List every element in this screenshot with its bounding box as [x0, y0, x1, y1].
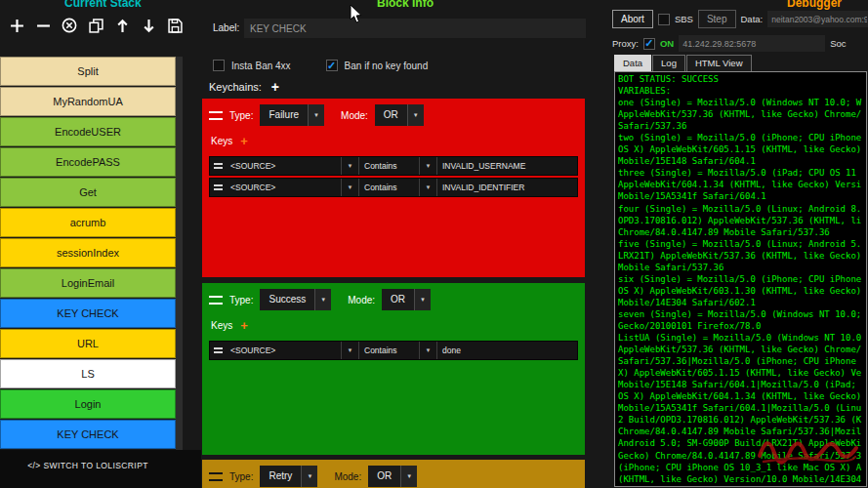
- proxy-type-select[interactable]: Soc: [830, 38, 846, 49]
- key-source-select[interactable]: <SOURCE>: [226, 179, 341, 196]
- keychain-type-row: Type: Retry Mode: OR: [209, 466, 578, 487]
- debugger-controls-row2: Proxy: ON Soc: [612, 35, 868, 52]
- save-config-button[interactable]: [165, 15, 185, 36]
- key-source-select[interactable]: <SOURCE>: [226, 157, 341, 175]
- insta-ban-label: Insta Ban 4xx: [231, 61, 291, 71]
- ban-no-key-checkbox[interactable]: [326, 60, 338, 71]
- keychain-mode-select[interactable]: OR: [382, 289, 431, 310]
- sbs-checkbox[interactable]: [658, 14, 670, 25]
- log-line: (KHTML, like Gecko) Version/10.0 Mobile/…: [618, 473, 863, 485]
- log-line: three (Single) = Mozilla/5.0 (iPad; CPU …: [618, 167, 863, 179]
- abort-button[interactable]: Abort: [612, 10, 653, 28]
- type-label: Type:: [229, 110, 253, 121]
- proxy-checkbox[interactable]: [643, 38, 655, 50]
- stack-item-encodeuser[interactable]: EncodeUSER: [0, 117, 176, 146]
- drag-handle-icon[interactable]: [209, 111, 223, 120]
- floppy-icon: [168, 19, 183, 33]
- drag-handle-icon[interactable]: [210, 179, 226, 196]
- stack-item-myrandomua[interactable]: MyRandomUA: [0, 87, 176, 116]
- stack-item-keycheck-1[interactable]: KEY CHECK: [0, 299, 176, 328]
- move-up-button[interactable]: [112, 15, 132, 36]
- stack-item-loginemail[interactable]: LoginEmail: [0, 268, 176, 298]
- chevron-down-icon[interactable]: [419, 179, 436, 196]
- tab-log[interactable]: Log: [652, 55, 685, 72]
- chevron-down-icon: [407, 104, 424, 126]
- key-value-input[interactable]: INVALID_USERNAME: [436, 157, 577, 175]
- switch-to-loliscript-button[interactable]: </> SWITCH TO LOLISCRIPT: [0, 461, 176, 470]
- log-line: (iPhone; CPU iPhone OS 10_3_1 like Mac O…: [618, 462, 863, 473]
- move-down-button[interactable]: [139, 15, 158, 36]
- log-line: Mobile Safari/537.36: [618, 262, 863, 273]
- ban-options-row: Insta Ban 4xx Ban if no key found: [213, 60, 428, 71]
- clone-block-button[interactable]: [86, 15, 105, 36]
- chevron-down-icon[interactable]: [341, 179, 358, 196]
- block-label-input[interactable]: [244, 19, 586, 38]
- keychains-label: Keychains:: [209, 81, 262, 93]
- stack-item-split[interactable]: Split: [0, 57, 176, 86]
- key-condition-select[interactable]: Contains: [358, 179, 419, 196]
- keychains-header: Keychains:: [209, 80, 279, 94]
- log-line: one (Single) = Mozilla/5.0 (Windows NT 1…: [618, 97, 863, 108]
- chevron-down-icon[interactable]: [341, 157, 358, 175]
- keys-header: Keys: [211, 319, 578, 332]
- log-line: BOT STATUS: SUCCESS: [618, 73, 863, 85]
- log-line: Mobile/15A5341f Safari/604.1: [618, 190, 863, 202]
- key-value-input[interactable]: done: [436, 342, 577, 359]
- add-key-button[interactable]: [240, 319, 248, 332]
- proxy-input[interactable]: [679, 35, 825, 52]
- log-line: OS X) AppleWebKit/605.1.15 (KHTML, like …: [618, 143, 863, 155]
- mode-select-value: OR: [368, 466, 400, 487]
- stack-item-encodepass[interactable]: EncodePASS: [0, 147, 176, 177]
- stack-item-acrumb[interactable]: acrumb: [0, 208, 176, 237]
- log-line: Mobile/15A5341f Safari/604.1|Mozilla/5.0…: [618, 402, 863, 414]
- keychain-type-select[interactable]: Success: [260, 289, 331, 310]
- keychain-type-row: Type: Success Mode: OR: [209, 289, 578, 310]
- key-row[interactable]: <SOURCE> Contains INVALID_USERNAME: [209, 156, 578, 176]
- keychain-mode-select[interactable]: OR: [368, 466, 417, 487]
- drag-handle-icon[interactable]: [209, 296, 223, 305]
- log-line: Safari/537.36|Mozilla/5.0 (iPhone; CPU i…: [618, 355, 863, 367]
- key-value-input[interactable]: INVALID_IDENTIFIER: [436, 179, 577, 196]
- step-button[interactable]: Step: [698, 10, 736, 28]
- key-row[interactable]: <SOURCE> Contains done: [209, 341, 578, 360]
- add-keychain-button[interactable]: [271, 80, 279, 94]
- type-select-value: Success: [260, 289, 314, 310]
- stack-item-url[interactable]: URL: [0, 329, 176, 358]
- debugger-header: Debugger: [787, 0, 842, 10]
- keychain-mode-select[interactable]: OR: [375, 104, 424, 126]
- drag-handle-icon[interactable]: [209, 472, 223, 481]
- data-input[interactable]: [767, 11, 868, 27]
- stack-item-ls[interactable]: LS: [0, 359, 176, 388]
- log-line: four (Single) = Mozilla/5.0 (Linux; Andr…: [618, 203, 863, 215]
- insta-ban-checkbox[interactable]: [213, 60, 225, 71]
- chevron-down-icon[interactable]: [341, 342, 358, 359]
- key-row[interactable]: <SOURCE> Contains INVALID_IDENTIFIER: [209, 178, 578, 197]
- key-condition-select[interactable]: Contains: [358, 157, 419, 175]
- drag-handle-icon[interactable]: [210, 157, 226, 175]
- stack-item-keycheck-2[interactable]: KEY CHECK: [0, 420, 176, 449]
- chevron-down-icon: [308, 104, 324, 126]
- keychain-retry: Type: Retry Mode: OR: [202, 460, 585, 488]
- add-block-button[interactable]: [7, 15, 26, 36]
- log-line: ListUA (Single) = Mozilla/5.0 (Windows N…: [618, 332, 863, 344]
- keys-label: Keys: [211, 136, 232, 146]
- stack-item-sessionindex[interactable]: sessionIndex: [0, 238, 176, 267]
- mode-label: Mode:: [334, 471, 361, 482]
- log-line: six (Single) = Mozilla/5.0 (iPhone; CPU …: [618, 273, 863, 285]
- keychain-type-select[interactable]: Retry: [260, 466, 317, 487]
- tab-data[interactable]: Data: [614, 55, 651, 72]
- drag-handle-icon[interactable]: [210, 342, 226, 359]
- remove-block-button[interactable]: [33, 15, 53, 36]
- chevron-down-icon[interactable]: [419, 342, 436, 359]
- stack-item-get[interactable]: Get: [0, 178, 176, 207]
- clear-stack-button[interactable]: [60, 15, 79, 36]
- key-condition-select[interactable]: Contains: [358, 342, 419, 359]
- log-line: 2 Build/OPD3.170816.012) AppleWebKit/537…: [618, 414, 863, 426]
- add-key-button[interactable]: [240, 135, 248, 147]
- chevron-down-icon[interactable]: [419, 157, 436, 175]
- key-source-select[interactable]: <SOURCE>: [226, 342, 341, 359]
- stack-item-login[interactable]: Login: [0, 389, 176, 419]
- keychain-type-select[interactable]: Failure: [260, 104, 324, 126]
- stack-scrollbar[interactable]: [176, 57, 183, 475]
- tab-html-view[interactable]: HTML View: [686, 55, 752, 72]
